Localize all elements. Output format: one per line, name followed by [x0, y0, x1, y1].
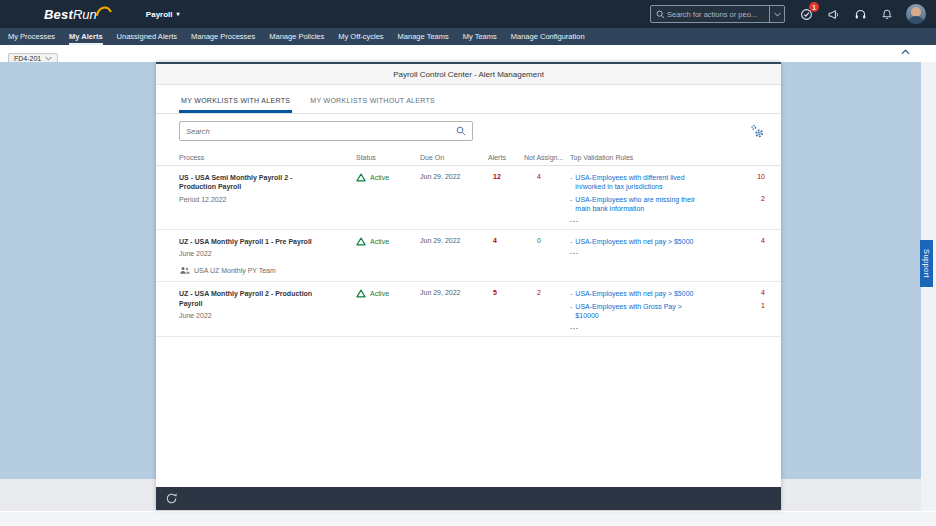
main-navigation: My Processes My Alerts Unassigned Alerts…	[0, 28, 936, 45]
shell-search-input[interactable]	[665, 10, 769, 19]
due-on-cell: Jun 29, 2022	[420, 237, 488, 244]
process-title[interactable]: UZ - USA Monthly Payroll 2 - Production …	[179, 289, 331, 308]
rule-bullet: -	[570, 237, 572, 246]
bell-icon	[881, 8, 893, 21]
table-row[interactable]: UZ - USA Monthly Payroll 1 - Pre Payroll…	[156, 230, 781, 282]
nav-item-manage-teams[interactable]: Manage Teams	[398, 28, 449, 45]
table-header-row: Process Status Due On Alerts Not Assign.…	[156, 150, 781, 166]
alert-management-panel: Payroll Control Center - Alert Managemen…	[156, 62, 781, 510]
bestrun-logo[interactable]: BestRun	[44, 7, 112, 22]
validation-rules-cell: - USA-Employees with different lived in/…	[570, 173, 765, 223]
table-settings-button[interactable]	[750, 124, 765, 139]
announcements-button[interactable]	[825, 6, 841, 22]
col-process[interactable]: Process	[179, 154, 356, 161]
table-row[interactable]: US - USA Semi Monthly Payroll 2 - Produc…	[156, 166, 781, 230]
process-period: Period 12.2022	[179, 196, 332, 203]
rule-bullet: -	[570, 289, 572, 298]
nav-item-my-off-cycles[interactable]: My Off-cycles	[338, 28, 383, 45]
support-button[interactable]	[852, 6, 868, 22]
team-name[interactable]: USA UZ Monthly PY Team	[194, 267, 276, 274]
status-triangle-icon	[356, 237, 366, 246]
not-assigned-count[interactable]: 0	[524, 237, 554, 244]
validation-rule: - USA-Employees with different lived in/…	[570, 173, 765, 192]
col-due-on[interactable]: Due On	[420, 154, 488, 161]
not-assigned-count[interactable]: 2	[524, 289, 554, 296]
notifications-button[interactable]	[879, 6, 895, 22]
col-alerts[interactable]: Alerts	[488, 154, 524, 161]
rule-link[interactable]: USA-Employees with net pay > $5000	[575, 289, 693, 298]
overflow-ellipsis[interactable]: ...	[570, 249, 765, 255]
search-scope-dropdown[interactable]	[769, 6, 784, 22]
not-assigned-count[interactable]: 4	[524, 173, 554, 180]
brand-swoosh-icon	[96, 4, 112, 17]
system-chip-label: FD4-201	[14, 55, 41, 62]
col-status[interactable]: Status	[356, 154, 420, 161]
search-icon[interactable]	[456, 126, 466, 136]
chevron-down-icon	[774, 12, 781, 17]
nav-item-my-teams[interactable]: My Teams	[463, 28, 497, 45]
refresh-button[interactable]	[165, 492, 178, 505]
rule-count: 1	[749, 302, 765, 309]
table-row[interactable]: UZ - USA Monthly Payroll 2 - Production …	[156, 282, 781, 336]
tab-worklists-with-alerts[interactable]: MY WORKLISTS WITH ALERTS	[179, 97, 292, 113]
content-area: Support Payroll Control Center - Alert M…	[0, 62, 936, 511]
rule-link[interactable]: USA-Employees with net pay > $5000	[575, 237, 693, 246]
rule-bullet: -	[570, 173, 572, 182]
status-label: Active	[370, 238, 389, 245]
caret-down-icon: ▾	[177, 11, 180, 17]
overflow-ellipsis[interactable]: ...	[570, 217, 765, 223]
nav-item-unassigned-alerts[interactable]: Unassigned Alerts	[117, 28, 177, 45]
user-avatar[interactable]	[906, 4, 926, 24]
filter-bar: FD4-201	[0, 45, 936, 62]
avatar-body	[908, 16, 924, 24]
brand-best: Best	[44, 7, 73, 22]
process-cell: US - USA Semi Monthly Payroll 2 - Produc…	[179, 173, 356, 203]
shell-icon-group: 1	[798, 6, 895, 22]
nav-item-my-alerts[interactable]: My Alerts	[69, 28, 102, 45]
nav-item-manage-policies[interactable]: Manage Policies	[269, 28, 324, 45]
nav-item-manage-configuration[interactable]: Manage Configuration	[511, 28, 585, 45]
rule-link[interactable]: USA-Employees with different lived in/wo…	[575, 173, 699, 192]
col-not-assigned[interactable]: Not Assign...	[524, 154, 570, 161]
app-switcher-payroll[interactable]: Payroll ▾	[146, 10, 180, 19]
rule-link[interactable]: USA-Employees who are missing their main…	[575, 195, 699, 214]
rule-count: 4	[749, 289, 765, 296]
alerts-count[interactable]: 12	[488, 173, 524, 180]
nav-item-my-processes[interactable]: My Processes	[8, 28, 55, 45]
process-cell: UZ - USA Monthly Payroll 2 - Production …	[179, 289, 356, 319]
table-search-input[interactable]	[186, 127, 456, 136]
alerts-count[interactable]: 4	[488, 237, 524, 244]
table-toolbar	[156, 114, 781, 146]
col-top-validation-rules[interactable]: Top Validation Rules	[570, 154, 765, 161]
tab-worklists-without-alerts[interactable]: MY WORKLISTS WITHOUT ALERTS	[308, 97, 437, 113]
announcement-icon	[827, 8, 840, 21]
headset-icon	[854, 8, 867, 21]
refresh-icon	[165, 492, 178, 505]
process-period: June 2022	[179, 250, 332, 257]
validation-rule: - USA-Employees with net pay > $5000 4	[570, 237, 765, 246]
alerts-count[interactable]: 5	[488, 289, 524, 296]
shell-search[interactable]	[650, 5, 785, 23]
collapse-header-button[interactable]	[901, 49, 910, 55]
validation-rule: - USA-Employees who are missing their ma…	[570, 195, 765, 214]
settings-gears-icon	[750, 124, 765, 139]
shell-header: BestRun Payroll ▾ 1	[0, 0, 936, 28]
table-search[interactable]	[179, 121, 473, 141]
process-cell: UZ - USA Monthly Payroll 1 - Pre Payroll…	[179, 237, 356, 275]
overflow-ellipsis[interactable]: ...	[570, 324, 765, 330]
status-label: Active	[370, 174, 389, 181]
process-title[interactable]: UZ - USA Monthly Payroll 1 - Pre Payroll	[179, 237, 331, 246]
brand-run: Run	[73, 7, 97, 22]
nav-item-manage-processes[interactable]: Manage Processes	[191, 28, 255, 45]
chevron-down-icon	[45, 56, 52, 61]
team-line: USA UZ Monthly PY Team	[179, 266, 332, 275]
page-bottom-strip	[0, 511, 936, 526]
rule-link[interactable]: USA-Employees with Gross Pay > $10000	[575, 302, 699, 321]
support-tab-label: Support	[922, 249, 931, 278]
todos-button[interactable]: 1	[798, 6, 814, 22]
support-tab[interactable]: Support	[920, 240, 933, 287]
team-icon	[179, 266, 190, 275]
status-cell: Active	[356, 237, 420, 246]
status-triangle-icon	[356, 173, 366, 182]
process-title[interactable]: US - USA Semi Monthly Payroll 2 - Produc…	[179, 173, 331, 192]
